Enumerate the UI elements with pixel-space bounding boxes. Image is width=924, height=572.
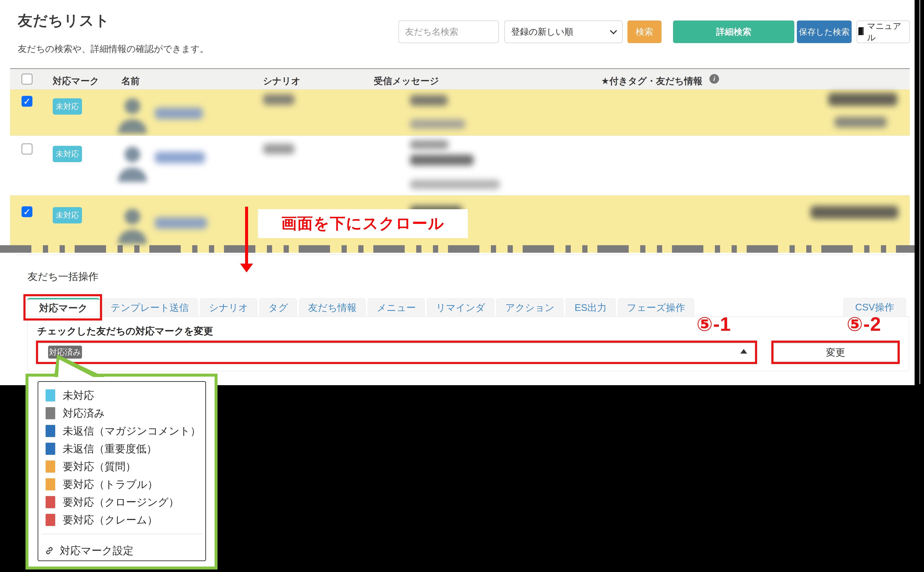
blurred-name xyxy=(155,107,203,119)
select-all-checkbox[interactable] xyxy=(22,74,33,84)
avatar xyxy=(117,141,148,183)
scroll-arrow xyxy=(245,207,248,264)
col-header-name: 名前 xyxy=(121,75,140,87)
col-header-taginfo: ★付きタグ・友だち情報 xyxy=(601,75,702,87)
book-icon xyxy=(857,27,865,37)
tab-action[interactable]: アクション xyxy=(496,298,563,317)
panel-title: チェックした友だちの対応マークを変更 xyxy=(37,325,213,338)
color-swatch xyxy=(46,496,55,508)
bulk-operation-heading: 友だち一括操作 xyxy=(28,270,98,283)
tab-es-output[interactable]: ES出力 xyxy=(566,298,615,317)
bulk-tabs: 対応マーク テンプレート送信 シナリオ タグ 友だち情報 メニュー リマインダ … xyxy=(27,298,694,317)
dropdown-item[interactable]: 未返信（マガジンコメント） xyxy=(46,422,201,440)
chevron-down-icon xyxy=(610,27,617,34)
dropdown-item-label: 要対応（質問） xyxy=(63,460,136,474)
manual-button-label: マニュアル xyxy=(867,20,909,43)
color-swatch xyxy=(46,514,55,526)
dropdown-item[interactable]: 要対応（クロージング） xyxy=(46,493,179,511)
status-badge: 未対応 xyxy=(53,98,82,115)
search-button[interactable]: 検索 xyxy=(628,20,662,43)
sort-order-value: 登録の新しい順 xyxy=(511,26,573,38)
tab-reminder[interactable]: リマインダ xyxy=(427,298,494,317)
dropdown-item[interactable]: 要対応（クレーム） xyxy=(46,511,158,529)
tab-menu[interactable]: メニュー xyxy=(368,298,425,317)
saved-search-button[interactable]: 保存した検索 xyxy=(797,20,852,43)
dropdown-item[interactable]: 未返信（重要度低） xyxy=(46,440,157,458)
tab-friend-info[interactable]: 友だち情報 xyxy=(299,298,366,317)
col-header-mark: 対応マーク xyxy=(53,75,99,87)
blurred-tag-info xyxy=(834,117,887,127)
check-icon: ✓ xyxy=(23,207,31,217)
col-header-message: 受信メッセージ xyxy=(374,75,439,87)
link-icon xyxy=(44,546,54,556)
tab-phase[interactable]: フェーズ操作 xyxy=(618,298,694,317)
blurred-date xyxy=(410,119,465,129)
blurred-name xyxy=(155,217,207,229)
row-checkbox[interactable]: ✓ xyxy=(22,96,33,107)
scrollbar[interactable] xyxy=(919,0,920,384)
dropdown-item[interactable]: 要対応（トラブル） xyxy=(46,475,158,493)
color-swatch xyxy=(46,443,55,455)
dropdown-divider xyxy=(42,534,202,534)
mark-settings-label: 対応マーク設定 xyxy=(60,544,133,558)
screenshot-stage: 友だちリスト 友だちの検索や、詳細情報の確認ができます。 登録の新しい順 検索 … xyxy=(0,0,924,572)
dropdown-item-label: 要対応（クロージング） xyxy=(63,495,179,509)
scroll-annotation-label: 画面を下にスクロール xyxy=(258,209,468,238)
table-row[interactable]: ✓ 未対応 xyxy=(10,90,910,136)
row-checkbox[interactable] xyxy=(22,143,33,154)
table-header: 対応マーク 名前 シナリオ 受信メッセージ ★付きタグ・友だち情報 i xyxy=(10,69,910,90)
blurred-tag-info xyxy=(811,206,898,219)
dropdown-item-label: 要対応（クレーム） xyxy=(63,513,158,527)
blurred-date xyxy=(410,180,500,189)
page-subtitle: 友だちの検索や、詳細情報の確認ができます。 xyxy=(18,43,209,55)
torn-edge-band xyxy=(0,245,924,253)
color-swatch xyxy=(46,425,55,437)
dropdown-item-label: 要対応（トラブル） xyxy=(63,477,158,491)
sort-order-select[interactable]: 登録の新しい順 xyxy=(504,20,623,43)
check-icon: ✓ xyxy=(23,96,31,107)
tab-scenario[interactable]: シナリオ xyxy=(200,298,257,317)
dropdown-item-label: 未対応 xyxy=(63,389,94,403)
blurred-scenario xyxy=(263,94,295,105)
color-swatch xyxy=(46,460,55,473)
row-checkbox[interactable]: ✓ xyxy=(22,206,33,217)
step-label-5-1: ⑤-1 xyxy=(696,313,731,336)
dropdown-item[interactable]: 未対応 xyxy=(46,386,94,404)
col-header-scenario: シナリオ xyxy=(263,75,301,87)
annotation-box-change-button xyxy=(771,340,900,364)
color-swatch xyxy=(46,389,55,401)
blurred-message xyxy=(410,155,474,165)
annotation-box-active-tab xyxy=(23,294,102,320)
blurred-message xyxy=(410,140,449,149)
tab-tag[interactable]: タグ xyxy=(259,298,297,317)
manual-button[interactable]: マニュアル xyxy=(857,20,910,43)
status-badge: 未対応 xyxy=(53,207,82,224)
blurred-scenario xyxy=(263,144,295,154)
friend-name-search-input[interactable] xyxy=(398,20,499,43)
dropdown-item-label: 未返信（マガジンコメント） xyxy=(63,424,201,438)
table-row[interactable]: 未対応 xyxy=(10,136,910,196)
status-badge: 未対応 xyxy=(53,146,82,162)
advanced-search-button[interactable]: 詳細検索 xyxy=(673,20,794,43)
step-label-5-2: ⑤-2 xyxy=(846,313,881,336)
annotation-box-select xyxy=(36,340,757,364)
dropdown-item[interactable]: 要対応（質問） xyxy=(46,457,136,476)
color-swatch xyxy=(46,407,55,419)
avatar xyxy=(117,93,148,135)
blurred-message xyxy=(410,95,448,106)
dropdown-item-label: 対応済み xyxy=(63,406,105,420)
blurred-name xyxy=(155,152,205,163)
scroll-arrow-head xyxy=(240,264,253,272)
section-divider xyxy=(16,254,907,255)
avatar xyxy=(117,204,148,245)
blurred-tag-info xyxy=(828,93,897,106)
tab-template-send[interactable]: テンプレート送信 xyxy=(102,298,198,317)
color-swatch xyxy=(46,478,55,490)
dropdown-item-label: 未返信（重要度低） xyxy=(63,442,157,456)
mark-settings-link[interactable]: 対応マーク設定 xyxy=(44,542,133,559)
page-title: 友だちリスト xyxy=(18,11,110,31)
callout-pointer xyxy=(49,354,112,379)
info-icon[interactable]: i xyxy=(709,74,719,84)
dropdown-item[interactable]: 対応済み xyxy=(46,404,105,422)
